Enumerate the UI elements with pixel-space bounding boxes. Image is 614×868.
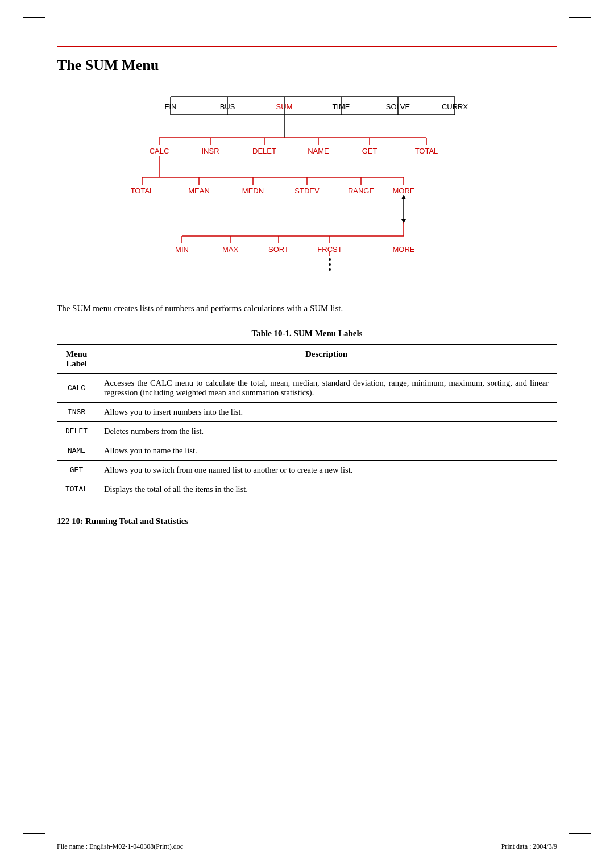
page-title: The SUM Menu bbox=[57, 57, 557, 74]
table-cell-description: Accesses the CALC menu to calculate the … bbox=[96, 374, 557, 403]
tree-node-range: RANGE bbox=[348, 187, 375, 195]
tree-node-max: MAX bbox=[222, 245, 239, 254]
footer-right: Print data : 2004/3/9 bbox=[501, 842, 557, 851]
table-cell-description: Displays the total of all the items in t… bbox=[96, 480, 557, 499]
menu-tree-diagram: FIN BUS SUM TIME SOLVE CURRX bbox=[57, 91, 557, 284]
tree-node-total-r3: TOTAL bbox=[131, 187, 154, 195]
table-row: INSRAllows you to insert numbers into th… bbox=[57, 403, 557, 422]
tree-node-mean: MEAN bbox=[188, 187, 210, 195]
table-cell-label: INSR bbox=[57, 403, 96, 422]
footer-left: File name : English-M02-1-040308(Print).… bbox=[57, 842, 183, 851]
tree-node-sort: SORT bbox=[268, 245, 289, 254]
table-cell-label: CALC bbox=[57, 374, 96, 403]
svg-point-41 bbox=[329, 268, 331, 271]
table-cell-label: NAME bbox=[57, 441, 96, 461]
arrow-up-head bbox=[401, 195, 406, 199]
corner-br bbox=[569, 811, 591, 834]
table-cell-description: Allows you to switch from one named list… bbox=[96, 461, 557, 480]
page-footer: File name : English-M02-1-040308(Print).… bbox=[57, 842, 557, 851]
col-header-description: Description bbox=[96, 345, 557, 374]
table-cell-description: Allows you to insert numbers into the li… bbox=[96, 403, 557, 422]
corner-tr bbox=[569, 17, 591, 40]
section-footer: 122 10: Running Total and Statistics bbox=[57, 516, 557, 526]
tree-node-delet: DELET bbox=[252, 147, 276, 155]
table-cell-description: Allows you to name the list. bbox=[96, 441, 557, 461]
corner-tl bbox=[23, 17, 45, 40]
table-cell-label: TOTAL bbox=[57, 480, 96, 499]
tree-node-total-r2: TOTAL bbox=[415, 147, 438, 155]
table-row: TOTALDisplays the total of all the items… bbox=[57, 480, 557, 499]
tree-node-calc: CALC bbox=[150, 147, 169, 155]
tree-node-insr: INSR bbox=[201, 147, 219, 155]
table-header-row: MenuLabel Description bbox=[57, 345, 557, 374]
table-row: GETAllows you to switch from one named l… bbox=[57, 461, 557, 480]
table-cell-description: Deletes numbers from the list. bbox=[96, 422, 557, 441]
body-text: The SUM menu creates lists of numbers an… bbox=[57, 301, 557, 315]
tree-node-get: GET bbox=[362, 147, 377, 155]
section-rule bbox=[57, 46, 557, 47]
corner-bl bbox=[23, 811, 45, 834]
tree-svg: FIN BUS SUM TIME SOLVE CURRX bbox=[108, 91, 506, 284]
tree-node-medn: MEDN bbox=[242, 187, 264, 195]
table-cell-label: GET bbox=[57, 461, 96, 480]
col-header-label: MenuLabel bbox=[57, 345, 96, 374]
svg-point-39 bbox=[329, 258, 331, 261]
table-cell-label: DELET bbox=[57, 422, 96, 441]
tree-node-name: NAME bbox=[308, 147, 329, 155]
table-row: DELETDeletes numbers from the list. bbox=[57, 422, 557, 441]
table-row: NAMEAllows you to name the list. bbox=[57, 441, 557, 461]
svg-point-40 bbox=[329, 263, 331, 266]
tree-node-stdev: STDEV bbox=[294, 187, 320, 195]
page: The SUM Menu FIN BUS SUM TIME SOLVE CURR… bbox=[0, 0, 614, 868]
table-title: Table 10-1. SUM Menu Labels bbox=[57, 329, 557, 338]
table-row: CALCAccesses the CALC menu to calculate … bbox=[57, 374, 557, 403]
sum-menu-table: MenuLabel Description CALCAccesses the C… bbox=[57, 344, 557, 499]
tree-node-more-r3: MORE bbox=[393, 187, 415, 195]
tree-node-more-r4: MORE bbox=[393, 245, 415, 254]
tree-node-min: MIN bbox=[175, 245, 189, 254]
